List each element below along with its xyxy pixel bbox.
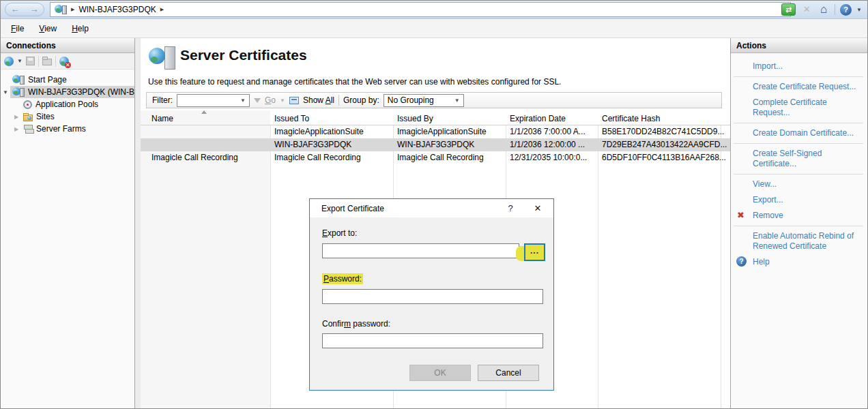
back-icon[interactable]: ← xyxy=(11,3,20,16)
topbar-icons: ⇄ ✕ ⌂ ? ▼ xyxy=(781,3,862,16)
server-node-icon xyxy=(12,87,25,97)
action-import[interactable]: Import... xyxy=(731,59,865,74)
browse-button[interactable]: ... xyxy=(524,243,545,261)
tree-item-sites[interactable]: ▶ Sites xyxy=(1,110,134,123)
breadcrumb[interactable]: WIN-BJAF3G3PDQK xyxy=(78,5,156,14)
column-header-expiration[interactable]: Expiration Date xyxy=(506,110,598,125)
action-create-self-signed-certificate[interactable]: Create Self-Signed Certificate... xyxy=(731,146,865,172)
dialog-titlebar[interactable]: Export Certificate ? ✕ xyxy=(310,199,553,217)
tree-item-start-page[interactable]: Start Page xyxy=(1,74,134,86)
chevron-down-icon: ▼ xyxy=(240,97,246,104)
sites-icon xyxy=(23,115,33,121)
page-title: Server Certificates xyxy=(180,47,307,63)
start-page-icon xyxy=(12,75,25,85)
filter-label: Filter: xyxy=(152,95,173,105)
connections-header: Connections xyxy=(1,38,134,53)
breadcrumb-arrow-icon[interactable]: ▶ xyxy=(71,7,74,12)
divider xyxy=(38,56,39,67)
breadcrumb-arrow-icon[interactable]: ▶ xyxy=(160,7,164,12)
menu-view[interactable]: View xyxy=(31,21,64,36)
confirm-password-label: Confirm password: xyxy=(322,319,390,329)
action-view[interactable]: View... xyxy=(731,177,865,192)
address-bar: ← → ▶ WIN-BJAF3G3PDQK ▶ ⇄ ✕ ⌂ ? ▼ xyxy=(1,1,867,19)
confirm-password-input[interactable] xyxy=(322,333,543,348)
chevron-right-icon[interactable]: ▶ xyxy=(12,114,21,120)
go-dropdown-icon[interactable]: ▼ xyxy=(280,97,285,104)
divider xyxy=(734,174,863,175)
action-enable-automatic-rebind[interactable]: Enable Automatic Rebind of Renewed Certi… xyxy=(731,228,865,254)
divider xyxy=(734,123,863,123)
divider xyxy=(55,56,56,67)
action-create-certificate-request[interactable]: Create Certificate Request... xyxy=(731,79,865,95)
divider xyxy=(835,4,835,15)
table-row-selected[interactable]: WIN-BJAF3G3PDQK WIN-BJAF3G3PDQK 1/1/2036… xyxy=(141,138,730,151)
column-header-hash[interactable]: Certificate Hash xyxy=(598,110,730,125)
action-complete-certificate-request[interactable]: Complete Certificate Request... xyxy=(731,95,865,121)
forward-icon[interactable]: → xyxy=(30,3,39,16)
dialog-close-icon[interactable]: ✕ xyxy=(522,203,553,213)
menu-file[interactable]: File xyxy=(3,21,31,36)
export-certificate-dialog: Export Certificate ? ✕ Export to: ... Pa… xyxy=(309,198,554,391)
show-all-icon xyxy=(289,97,299,104)
chevron-down-icon: ▼ xyxy=(454,97,460,104)
filter-input[interactable]: ▼ xyxy=(177,94,250,107)
server-farms-icon xyxy=(23,124,33,134)
chevron-down-icon[interactable]: ▼ xyxy=(1,89,10,95)
actions-header: Actions xyxy=(731,38,867,53)
divider xyxy=(734,76,863,77)
home-icon[interactable]: ⌂ xyxy=(818,3,830,16)
table-row[interactable]: Imagicle Call Recording Imagicle Call Re… xyxy=(141,151,730,164)
refresh-icon[interactable]: ⇄ xyxy=(781,3,796,16)
help-icon[interactable]: ? xyxy=(840,4,852,16)
disconnect-icon[interactable] xyxy=(59,57,69,66)
save-icon[interactable] xyxy=(26,57,35,65)
column-header-issued-to[interactable]: Issued To xyxy=(270,110,393,125)
sort-asc-icon xyxy=(201,110,207,114)
tree-item-server-farms[interactable]: ▶ Server Farms xyxy=(1,123,134,135)
chevron-right-icon[interactable]: ▶ xyxy=(12,126,21,132)
group-by-label: Group by: xyxy=(343,95,379,105)
help-dropdown-icon[interactable]: ▼ xyxy=(856,7,862,13)
divider xyxy=(734,143,863,144)
show-all-button[interactable]: Show All xyxy=(303,95,334,105)
table-header: Name Issued To Issued By Expiration Date… xyxy=(141,110,730,125)
divider xyxy=(338,95,339,106)
filter-toolbar: Filter: ▼ Go ▼ Show All Group by: No Gro… xyxy=(146,92,722,108)
connections-toolbar: ▼ xyxy=(1,53,134,70)
menu-bar: File View Help xyxy=(1,19,867,38)
action-create-domain-certificate[interactable]: Create Domain Certificate... xyxy=(731,125,865,141)
ok-button[interactable]: OK xyxy=(409,365,471,381)
connections-tree: Start Page ▼ WIN-BJAF3G3PDQK (WIN-BJA Ap… xyxy=(1,70,134,135)
tree-item-application-pools[interactable]: Application Pools xyxy=(1,98,134,110)
action-remove[interactable]: ✖Remove xyxy=(731,208,865,224)
server-icon xyxy=(55,5,67,15)
dialog-title: Export Certificate xyxy=(310,204,499,213)
connect-dropdown-icon[interactable]: ▼ xyxy=(17,58,23,64)
menu-help[interactable]: Help xyxy=(64,21,96,36)
dialog-help-icon[interactable]: ? xyxy=(499,203,522,213)
stop-icon[interactable]: ✕ xyxy=(800,3,813,16)
application-pools-icon xyxy=(23,100,32,109)
remove-x-icon: ✖ xyxy=(737,210,744,220)
go-button[interactable]: Go xyxy=(265,95,276,105)
filter-go-icon xyxy=(254,98,261,103)
export-to-label: Export to: xyxy=(322,228,357,238)
iis-manager-window: ← → ▶ WIN-BJAF3G3PDQK ▶ ⇄ ✕ ⌂ ? ▼ File V… xyxy=(0,0,868,409)
password-input[interactable] xyxy=(322,289,543,304)
cancel-button[interactable]: Cancel xyxy=(478,365,539,381)
actions-panel: Actions Import... Create Certificate Req… xyxy=(731,38,867,409)
address-box[interactable]: ▶ WIN-BJAF3G3PDQK ▶ xyxy=(50,2,791,17)
connect-icon[interactable] xyxy=(4,57,14,66)
tree-item-server[interactable]: ▼ WIN-BJAF3G3PDQK (WIN-BJA xyxy=(1,86,134,98)
action-export[interactable]: Export... xyxy=(731,192,865,208)
group-by-select[interactable]: No Grouping▼ xyxy=(384,94,464,107)
table-row[interactable]: ImagicleApplicationSuite ImagicleApplica… xyxy=(141,125,730,138)
page-description: Use this feature to request and manage c… xyxy=(148,77,561,87)
panel-splitter[interactable] xyxy=(135,38,141,409)
up-folder-icon[interactable] xyxy=(42,59,52,65)
column-header-issued-by[interactable]: Issued By xyxy=(393,110,506,125)
action-help[interactable]: ?Help xyxy=(731,254,865,270)
divider xyxy=(734,226,863,226)
export-to-input[interactable] xyxy=(322,243,519,258)
server-certificates-icon xyxy=(149,46,177,72)
